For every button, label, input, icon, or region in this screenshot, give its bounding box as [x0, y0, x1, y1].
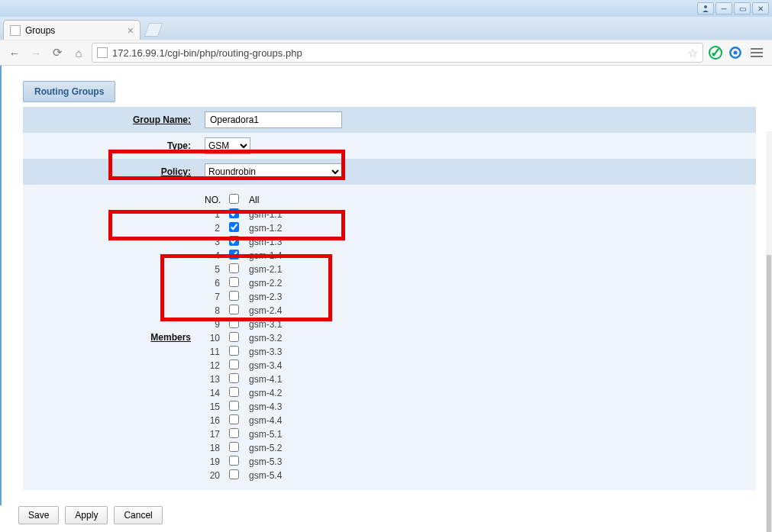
minimize-icon[interactable]: ─: [715, 2, 732, 15]
member-no: 13: [205, 374, 220, 385]
section-tab-routing-groups[interactable]: Routing Groups: [23, 81, 115, 102]
member-row: 4gsm-1.4: [205, 249, 750, 263]
member-row: 2gsm-1.2: [205, 221, 750, 235]
member-row: 9gsm-3.1: [205, 318, 750, 331]
col-header-no: NO.: [205, 195, 220, 205]
member-no: 5: [205, 264, 220, 275]
col-header-all: All: [249, 195, 259, 205]
member-checkbox[interactable]: [229, 442, 239, 452]
bookmark-star-icon[interactable]: ☆: [687, 46, 698, 60]
member-no: 7: [205, 292, 220, 302]
member-checkbox[interactable]: [229, 222, 239, 232]
scrollbar-thumb[interactable]: [766, 255, 772, 532]
label-group-name: Group Name:: [23, 107, 199, 133]
member-row: 15gsm-4.3: [205, 400, 750, 414]
tab-close-icon[interactable]: ×: [128, 24, 134, 37]
member-no: 9: [205, 319, 220, 330]
member-no: 16: [205, 415, 220, 426]
member-checkbox[interactable]: [229, 401, 239, 411]
member-no: 3: [205, 237, 220, 247]
label-type: Type:: [23, 133, 199, 159]
hamburger-menu-icon[interactable]: [748, 45, 766, 60]
member-checkbox[interactable]: [229, 469, 239, 479]
maximize-icon[interactable]: ▭: [734, 2, 751, 15]
member-label: gsm-3.1: [249, 319, 282, 330]
member-checkbox[interactable]: [229, 346, 239, 356]
member-label: gsm-2.3: [249, 292, 282, 302]
member-no: 18: [205, 443, 220, 453]
url-text: 172.16.99.1/cgi-bin/php/routing-groups.p…: [112, 47, 683, 59]
site-icon: [97, 47, 108, 58]
member-label: gsm-3.2: [249, 333, 282, 343]
member-row: 16gsm-4.4: [205, 414, 750, 427]
group-name-input[interactable]: [205, 111, 342, 128]
member-row: 8gsm-2.4: [205, 304, 750, 318]
member-row: 12gsm-3.4: [205, 359, 750, 372]
forward-icon[interactable]: →: [27, 44, 44, 61]
svg-point-0: [704, 5, 707, 8]
member-row: 1gsm-1.1: [205, 208, 750, 221]
member-label: gsm-3.3: [249, 347, 282, 357]
member-row: 5gsm-2.1: [205, 263, 750, 276]
member-no: 19: [205, 456, 220, 467]
member-no: 6: [205, 278, 220, 289]
cancel-button[interactable]: Cancel: [114, 506, 162, 524]
user-icon[interactable]: [697, 2, 714, 15]
svg-point-2: [734, 51, 738, 55]
back-icon[interactable]: ←: [6, 44, 23, 61]
member-checkbox[interactable]: [229, 291, 239, 301]
apply-button[interactable]: Apply: [65, 506, 108, 524]
member-checkbox[interactable]: [229, 360, 239, 369]
member-checkbox[interactable]: [229, 208, 239, 218]
page-icon: [10, 25, 21, 36]
member-checkbox[interactable]: [229, 387, 239, 397]
member-row: 3gsm-1.3: [205, 235, 750, 249]
member-row: 7gsm-2.3: [205, 290, 750, 304]
close-icon[interactable]: ✕: [752, 2, 769, 15]
member-label: gsm-4.1: [249, 374, 282, 385]
member-label: gsm-1.3: [249, 237, 282, 247]
member-row: 19gsm-5.3: [205, 455, 750, 469]
member-checkbox[interactable]: [229, 456, 239, 466]
browser-tab[interactable]: Groups ×: [3, 20, 141, 40]
member-label: gsm-1.1: [249, 209, 282, 220]
checkbox-all[interactable]: [229, 194, 239, 204]
member-row: 6gsm-2.2: [205, 276, 750, 290]
member-checkbox[interactable]: [229, 277, 239, 287]
window-titlebar: ─ ▭ ✕: [0, 0, 772, 17]
member-checkbox[interactable]: [229, 318, 239, 328]
member-checkbox[interactable]: [229, 236, 239, 246]
member-no: 14: [205, 388, 220, 398]
member-no: 8: [205, 305, 220, 316]
member-checkbox[interactable]: [229, 414, 239, 424]
member-label: gsm-4.2: [249, 388, 282, 398]
members-list: NO. All 1gsm-1.12gsm-1.23gsm-1.34gsm-1.4…: [205, 189, 750, 485]
extension-blue-icon[interactable]: [728, 45, 743, 60]
member-label: gsm-5.1: [249, 429, 282, 440]
member-row: 11gsm-3.3: [205, 345, 750, 359]
reload-icon[interactable]: ⟳: [49, 44, 66, 61]
member-label: gsm-2.2: [249, 278, 282, 289]
url-bar[interactable]: 172.16.99.1/cgi-bin/php/routing-groups.p…: [92, 43, 703, 63]
new-tab-button[interactable]: [144, 23, 163, 37]
member-checkbox[interactable]: [229, 373, 239, 383]
member-no: 2: [205, 223, 220, 234]
member-label: gsm-1.2: [249, 223, 282, 234]
policy-select[interactable]: Roundrobin: [205, 163, 342, 180]
member-checkbox[interactable]: [229, 250, 239, 260]
action-bar: Save Apply Cancel: [18, 506, 163, 524]
browser-tabstrip: Groups ×: [0, 17, 772, 40]
save-button[interactable]: Save: [18, 506, 59, 524]
extension-green-icon[interactable]: ✓: [708, 45, 723, 60]
label-members: Members: [23, 185, 199, 490]
type-select[interactable]: GSM: [205, 137, 250, 154]
member-no: 1: [205, 209, 220, 220]
member-checkbox[interactable]: [229, 305, 239, 314]
member-label: gsm-3.4: [249, 360, 282, 371]
member-checkbox[interactable]: [229, 428, 239, 438]
member-no: 11: [205, 347, 220, 357]
member-no: 12: [205, 360, 220, 371]
home-icon[interactable]: ⌂: [70, 44, 87, 61]
member-checkbox[interactable]: [229, 263, 239, 273]
member-checkbox[interactable]: [229, 332, 239, 342]
